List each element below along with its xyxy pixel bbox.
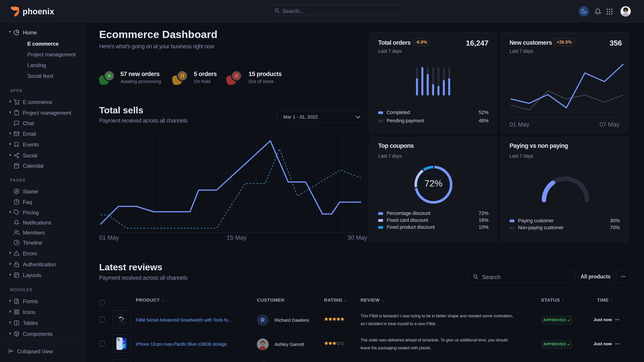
svg-text:07 May: 07 May: [600, 121, 620, 127]
svg-text:01 May: 01 May: [510, 121, 530, 127]
svg-text:15 May: 15 May: [227, 234, 246, 241]
svg-text:30 May: 30 May: [348, 234, 368, 241]
svg-text:01 May: 01 May: [99, 234, 119, 241]
